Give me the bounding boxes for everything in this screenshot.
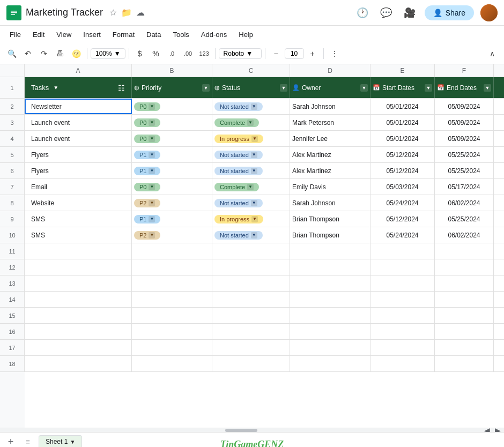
empty-cell[interactable] — [212, 324, 290, 339]
priority-badge-dropdown[interactable]: ▼ — [149, 216, 155, 222]
status-cell[interactable]: Not started▼ — [212, 99, 290, 114]
task-cell[interactable]: SMS — [25, 227, 132, 243]
priority-badge[interactable]: P1▼ — [134, 167, 160, 175]
row-num-15[interactable]: 15 — [0, 308, 25, 324]
status-badge[interactable]: Complete▼ — [214, 183, 259, 191]
task-cell[interactable]: Launch event — [25, 131, 132, 146]
menu-view[interactable]: View — [51, 28, 77, 41]
col-header-d[interactable]: D — [290, 64, 370, 77]
empty-cell[interactable] — [370, 292, 435, 307]
empty-cell[interactable] — [132, 340, 212, 355]
task-cell[interactable]: Email — [25, 179, 132, 195]
empty-cell[interactable] — [290, 340, 370, 355]
menu-file[interactable]: File — [4, 28, 26, 41]
priority-cell[interactable]: P1▼ — [132, 211, 212, 227]
status-cell[interactable]: In progress▼ — [212, 211, 290, 227]
status-cell[interactable]: Complete▼ — [212, 115, 290, 130]
col-header-e[interactable]: E — [370, 64, 435, 77]
empty-cell[interactable] — [132, 259, 212, 275]
currency-btn[interactable]: $ — [132, 46, 147, 61]
empty-cell[interactable] — [25, 340, 132, 355]
empty-cell[interactable] — [370, 324, 435, 339]
video-icon[interactable]: 🎥 — [401, 4, 418, 21]
add-sheet-btn[interactable]: + — [4, 436, 17, 448]
empty-cell[interactable] — [25, 308, 132, 323]
priority-badge[interactable]: P1▼ — [134, 151, 160, 159]
row-num-6[interactable]: 6 — [0, 163, 25, 179]
task-cell[interactable]: Website — [25, 195, 132, 211]
empty-cell[interactable] — [435, 308, 494, 323]
empty-cell[interactable] — [435, 340, 494, 355]
menu-tools[interactable]: Tools — [167, 28, 194, 41]
empty-cell[interactable] — [132, 243, 212, 259]
task-cell[interactable]: Newsletter — [25, 99, 132, 114]
empty-cell[interactable] — [290, 275, 370, 291]
avatar[interactable] — [480, 4, 498, 21]
empty-cell[interactable] — [212, 340, 290, 355]
empty-cell[interactable] — [370, 259, 435, 275]
empty-cell[interactable] — [290, 308, 370, 323]
row-num-8[interactable]: 8 — [0, 195, 25, 211]
header-cell-status_col[interactable]: ◍ Status ▼ — [212, 77, 290, 98]
empty-cell[interactable] — [435, 275, 494, 291]
percent-btn[interactable]: % — [149, 46, 164, 61]
row-num-9[interactable]: 9 — [0, 211, 25, 227]
row-num-4[interactable]: 4 — [0, 131, 25, 147]
col-dropdown-btn[interactable]: ▼ — [484, 84, 491, 92]
tasks-icon[interactable]: ☷ — [118, 84, 125, 92]
empty-cell[interactable] — [25, 259, 132, 275]
header-cell-priority_col[interactable]: ◍ Priority ▼ — [132, 77, 212, 98]
task-cell[interactable]: Flyers — [25, 147, 132, 162]
priority-badge[interactable]: P2▼ — [134, 231, 160, 240]
row-num-7[interactable]: 7 — [0, 179, 25, 195]
header-cell-end_col[interactable]: 📅 End Dates ▼ — [435, 77, 494, 98]
col-header-a[interactable]: A — [25, 64, 132, 77]
empty-cell[interactable] — [132, 356, 212, 371]
empty-cell[interactable] — [212, 275, 290, 291]
status-cell[interactable]: Not started▼ — [212, 147, 290, 162]
priority-badge[interactable]: P0▼ — [134, 183, 160, 191]
undo-btn[interactable]: ↶ — [20, 46, 35, 61]
priority-badge[interactable]: P0▼ — [134, 135, 160, 143]
priority-badge-dropdown[interactable]: ▼ — [149, 168, 155, 174]
status-badge-dropdown[interactable]: ▼ — [251, 168, 257, 174]
empty-cell[interactable] — [25, 275, 132, 291]
status-badge[interactable]: Complete▼ — [214, 118, 259, 127]
row-num-5[interactable]: 5 — [0, 147, 25, 163]
font-size-decrease-btn[interactable]: − — [269, 46, 284, 61]
priority-badge[interactable]: P0▼ — [134, 118, 160, 127]
font-size-input[interactable]: 10 — [285, 48, 304, 59]
empty-cell[interactable] — [370, 356, 435, 371]
menu-insert[interactable]: Insert — [78, 28, 106, 41]
empty-cell[interactable] — [435, 259, 494, 275]
status-badge-dropdown[interactable]: ▼ — [251, 200, 257, 206]
empty-cell[interactable] — [290, 259, 370, 275]
row-num-16[interactable]: 16 — [0, 324, 25, 340]
row-num-11[interactable]: 11 — [0, 243, 25, 259]
empty-cell[interactable] — [435, 356, 494, 371]
zoom-selector[interactable]: 100% ▼ — [91, 48, 125, 59]
empty-cell[interactable] — [370, 340, 435, 355]
row-num-12[interactable]: 12 — [0, 259, 25, 275]
row-num-10[interactable]: 10 — [0, 227, 25, 243]
status-badge[interactable]: In progress▼ — [214, 135, 263, 143]
row-num-2[interactable]: 2 — [0, 99, 25, 115]
status-badge-dropdown[interactable]: ▼ — [247, 120, 254, 126]
star-icon[interactable]: ☆ — [109, 8, 117, 18]
cloud-icon[interactable]: ☁ — [136, 8, 145, 18]
priority-badge[interactable]: P1▼ — [134, 215, 160, 224]
col-dropdown-btn[interactable]: ▼ — [360, 84, 368, 92]
priority-cell[interactable]: P0▼ — [132, 115, 212, 130]
search-btn[interactable]: 🔍 — [4, 46, 19, 61]
scrollbar-h[interactable]: ◀ ▶ — [0, 428, 504, 432]
empty-cell[interactable] — [370, 243, 435, 259]
priority-cell[interactable]: P0▼ — [132, 99, 212, 114]
decimal-increase-btn[interactable]: .00 — [181, 46, 196, 61]
priority-badge-dropdown[interactable]: ▼ — [149, 120, 155, 126]
empty-cell[interactable] — [290, 292, 370, 307]
empty-cell[interactable] — [290, 324, 370, 339]
empty-cell[interactable] — [132, 292, 212, 307]
status-cell[interactable]: In progress▼ — [212, 131, 290, 146]
priority-cell[interactable]: P2▼ — [132, 227, 212, 243]
status-badge-dropdown[interactable]: ▼ — [251, 232, 257, 239]
